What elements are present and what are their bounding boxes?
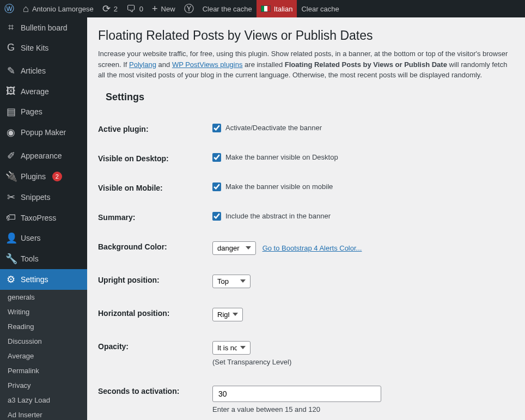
row-visible-mobile: Visible on Mobile: Make the banner visib…: [98, 173, 514, 202]
plugin-icon: 🔌: [5, 171, 16, 182]
checkbox-wrapper-active-plugin[interactable]: Activate/Deactivate the banner: [212, 124, 514, 132]
submenu-a3-lazy-load[interactable]: a3 Lazy Load: [0, 393, 87, 407]
sliders-icon: ⚙: [5, 273, 16, 285]
clear-cache-1[interactable]: Clear the cache: [198, 0, 257, 17]
admin-sidebar: ⌗Bulletin board GSite Kits ✎Articles 🖾Av…: [0, 17, 87, 420]
submenu-writing[interactable]: Writing: [0, 305, 87, 319]
row-opacity: Opacity: It is not (Set Transparency Lev…: [98, 331, 514, 376]
menu-label: TaxoPress: [21, 214, 56, 222]
menu-popup-maker[interactable]: ◉Popup Maker: [0, 122, 87, 143]
label-visible-desktop: Visible on Desktop:: [98, 153, 212, 163]
media-icon: 🖾: [5, 86, 16, 97]
input-seconds-activation[interactable]: [212, 386, 381, 402]
checkbox-visible-desktop[interactable]: [212, 153, 221, 162]
menu-pages[interactable]: ▤Pages: [0, 101, 87, 122]
user-icon: 👤: [5, 232, 16, 244]
label-upright-position: Upright position:: [98, 275, 212, 284]
settings-heading: Settings: [106, 92, 514, 103]
checkbox-visible-mobile[interactable]: [212, 182, 221, 191]
language-italian[interactable]: Italian: [257, 0, 297, 17]
label-seconds-activation: Seconds to activation:: [98, 386, 212, 395]
sitekit-icon: G: [5, 42, 16, 53]
select-opacity[interactable]: It is not: [212, 341, 251, 355]
row-seconds-activation: Seconds to activation: Enter a value bet…: [98, 376, 514, 421]
menu-bulletin-board[interactable]: ⌗Bulletin board: [0, 17, 87, 38]
checkbox-text: Include the abstract in the banner: [225, 212, 331, 220]
comments-link[interactable]: 🗨0: [122, 0, 148, 17]
submenu-generals[interactable]: generals: [0, 290, 87, 305]
menu-label: Popup Maker: [21, 128, 66, 137]
menu-plugins[interactable]: 🔌Plugins2: [0, 166, 87, 187]
desc-bold: Floating Related Posts by Views or Publi…: [285, 60, 447, 69]
page-description: Increase your website traffic, for free,…: [98, 48, 514, 81]
row-active-plugin: Active plugin: Activate/Deactivate the b…: [98, 114, 514, 143]
checkbox-wrapper-visible-desktop[interactable]: Make the banner visible on Desktop: [212, 153, 514, 162]
brush-icon: ✐: [5, 150, 16, 162]
help-opacity: (Set Transparency Level): [212, 358, 514, 366]
menu-label: Settings: [21, 275, 48, 284]
checkbox-wrapper-visible-mobile[interactable]: Make the banner visible on mobile: [212, 182, 514, 191]
label-active-plugin: Active plugin:: [98, 124, 212, 133]
checkbox-wrapper-summary[interactable]: Include the abstract in the banner: [212, 212, 514, 221]
select-upright-position[interactable]: Top: [212, 275, 251, 288]
submenu-ad-inserter[interactable]: Ad Inserter: [0, 407, 87, 420]
menu-label: Plugins: [21, 172, 46, 181]
menu-appearance[interactable]: ✐Appearance: [0, 145, 87, 166]
row-horizontal-position: Horizontal position: Right: [98, 298, 514, 331]
menu-label: Site Kits: [21, 44, 48, 52]
comments-count: 0: [139, 5, 143, 13]
checkbox-text: Activate/Deactivate the banner: [225, 124, 322, 132]
label-opacity: Opacity:: [98, 341, 212, 351]
desc-text: are installed: [242, 60, 284, 69]
menu-users[interactable]: 👤Users: [0, 228, 87, 248]
bootstrap-alerts-link[interactable]: Go to Bootstrap 4 Alerts Color...: [262, 244, 362, 252]
menu-articles[interactable]: ✎Articles: [0, 60, 87, 81]
polylang-link[interactable]: Polylang: [129, 60, 156, 69]
wordpress-icon: ⓦ: [4, 4, 14, 14]
site-name-link[interactable]: ⌂Antonio Lamorgese: [19, 0, 98, 17]
submenu-average[interactable]: Average: [0, 349, 87, 363]
select-horizontal-position[interactable]: Right: [212, 308, 243, 321]
checkbox-summary[interactable]: [212, 212, 221, 221]
clear-cache-2-label: Clear cache: [301, 5, 339, 13]
wp-logo[interactable]: ⓦ: [0, 0, 19, 17]
checkbox-active-plugin[interactable]: [212, 124, 221, 132]
menu-site-kits[interactable]: GSite Kits: [0, 38, 87, 58]
submenu-privacy[interactable]: Privacy: [0, 378, 87, 393]
checkbox-text: Make the banner visible on Desktop: [225, 153, 338, 161]
wrench-icon: 🔧: [5, 253, 16, 265]
menu-label: Articles: [21, 66, 46, 75]
menu-settings[interactable]: ⚙Settings: [0, 269, 87, 290]
menu-snippets[interactable]: ✂Snippets: [0, 187, 87, 208]
settings-submenu: generals Writing Reading Discussion Aver…: [0, 290, 87, 420]
menu-label: Tools: [21, 254, 39, 263]
comment-icon: 🗨: [126, 4, 136, 14]
menu-average[interactable]: 🖾Average: [0, 81, 87, 101]
italian-label: Italian: [274, 5, 293, 13]
menu-taxopress[interactable]: 🏷TaxoPress: [0, 208, 87, 228]
menu-label: Snippets: [21, 193, 50, 202]
submenu-permalink[interactable]: Permalink: [0, 363, 87, 378]
yoast-link[interactable]: Ⓨ: [180, 0, 198, 17]
updates-link[interactable]: ⟳2: [98, 0, 122, 17]
menu-tools[interactable]: 🔧Tools: [0, 248, 87, 269]
menu-label: Users: [21, 234, 41, 242]
clear-cache-1-label: Clear the cache: [203, 5, 252, 13]
label-horizontal-position: Horizontal position:: [98, 308, 212, 318]
menu-label: Bulletin board: [21, 23, 68, 32]
submenu-discussion[interactable]: Discussion: [0, 334, 87, 349]
new-content-link[interactable]: +New: [148, 0, 180, 17]
submenu-reading[interactable]: Reading: [0, 319, 87, 334]
main-content: Floating Related Posts by Views or Publi…: [87, 17, 525, 420]
dashboard-icon: ⌗: [5, 22, 16, 33]
pin-icon: ✎: [5, 65, 16, 77]
desc-text: and: [156, 60, 172, 69]
plugins-update-badge: 2: [52, 172, 62, 181]
select-background-color[interactable]: danger: [212, 241, 256, 255]
wp-postviews-link[interactable]: WP PostViews plugins: [172, 60, 243, 69]
checkbox-text: Make the banner visible on mobile: [225, 182, 333, 191]
italian-flag-icon: [261, 5, 271, 12]
clear-cache-2[interactable]: Clear cache: [297, 0, 343, 17]
plus-icon: +: [152, 4, 158, 14]
row-visible-desktop: Visible on Desktop: Make the banner visi…: [98, 143, 514, 173]
